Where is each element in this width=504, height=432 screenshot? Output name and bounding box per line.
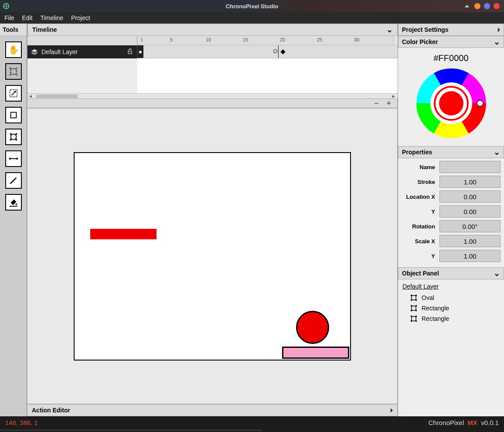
color-wheel[interactable] xyxy=(416,68,486,138)
menu-project[interactable]: Project xyxy=(71,14,90,21)
shape-node-icon xyxy=(410,294,417,301)
object-item-rectangle-1[interactable]: Rectangle xyxy=(402,303,500,313)
transform-icon xyxy=(9,67,18,76)
prop-locy-input[interactable] xyxy=(439,205,501,218)
project-settings-title: Project Settings xyxy=(402,26,449,33)
tools-panel: Tools ✋ xyxy=(0,24,27,416)
svg-rect-26 xyxy=(411,316,412,317)
svg-rect-20 xyxy=(411,299,412,301)
timeline-vscroll[interactable] xyxy=(393,36,398,45)
timeline-header[interactable]: Timeline ⌄ xyxy=(27,24,398,36)
tool-rectangle[interactable] xyxy=(5,107,22,123)
keyframe-start[interactable]: ◆ xyxy=(137,45,143,58)
tool-transform[interactable] xyxy=(5,63,22,80)
color-wheel-cursor[interactable] xyxy=(477,100,483,106)
svg-point-12 xyxy=(16,204,17,205)
window-title-bar: ChronoPixel Studio xyxy=(0,0,504,12)
svg-rect-18 xyxy=(411,295,412,296)
window-title: ChronoPixel Studio xyxy=(0,3,504,10)
object-item-oval[interactable]: Oval xyxy=(402,293,500,303)
chevron-right-icon: ⌄ xyxy=(495,27,499,33)
svg-rect-19 xyxy=(415,295,417,296)
window-menu-icon[interactable] xyxy=(465,5,469,7)
canvas-oval[interactable] xyxy=(296,311,329,344)
svg-rect-21 xyxy=(415,299,417,301)
prop-name-label: Name xyxy=(402,164,435,170)
zoom-out-button[interactable]: − xyxy=(374,99,379,108)
prop-rotation-label: Rotation xyxy=(402,223,435,230)
properties-header[interactable]: Properties ⌄ xyxy=(398,146,504,158)
chevron-down-icon: ⌄ xyxy=(494,150,500,154)
object-item-label: Rectangle xyxy=(422,315,449,322)
action-editor-header[interactable]: Action Editor ⌄ xyxy=(27,404,398,416)
line-icon xyxy=(9,154,18,163)
svg-rect-10 xyxy=(9,158,11,160)
tools-header: Tools xyxy=(0,24,27,36)
prop-locy-label: Y xyxy=(402,208,435,215)
svg-rect-7 xyxy=(10,139,12,141)
prop-scaley-input[interactable] xyxy=(439,250,501,262)
timeline-ruler[interactable]: 1 5 10 15 20 25 30 xyxy=(137,36,398,45)
timeline-hscroll[interactable]: ◄ ► xyxy=(27,93,398,99)
unlock-icon[interactable] xyxy=(126,48,133,56)
tool-scale[interactable] xyxy=(5,85,22,102)
window-maximize-button[interactable] xyxy=(484,3,490,9)
prop-locx-label: Location X xyxy=(402,194,435,200)
action-editor-title: Action Editor xyxy=(32,407,70,414)
window-minimize-button[interactable] xyxy=(474,3,480,9)
zoom-in-button[interactable]: + xyxy=(386,99,391,108)
layers-empty-right xyxy=(137,58,398,93)
color-hex-value: #FF0000 xyxy=(433,53,468,63)
svg-rect-3 xyxy=(11,112,17,118)
svg-rect-25 xyxy=(415,310,417,311)
keyframe-empty[interactable] xyxy=(273,49,277,53)
tool-fill[interactable] xyxy=(5,194,22,211)
menu-file[interactable]: File xyxy=(4,14,14,21)
timeline-title: Timeline xyxy=(32,26,57,33)
window-close-button[interactable] xyxy=(494,3,500,9)
prop-scalex-input[interactable] xyxy=(439,235,501,247)
status-mx: MX xyxy=(467,419,477,426)
tool-line[interactable] xyxy=(5,150,22,167)
tool-pencil[interactable] xyxy=(5,172,22,189)
tool-hand[interactable]: ✋ xyxy=(5,41,22,58)
prop-locx-input[interactable] xyxy=(439,190,501,203)
svg-rect-14 xyxy=(128,51,132,54)
canvas-rectangle-pink[interactable] xyxy=(282,347,349,359)
canvas[interactable] xyxy=(74,152,351,361)
hand-icon: ✋ xyxy=(8,44,19,55)
prop-stroke-input[interactable] xyxy=(439,176,501,188)
menu-timeline[interactable]: Timeline xyxy=(41,14,63,21)
layers-icon xyxy=(31,48,38,55)
chevron-down-icon: ⌄ xyxy=(386,27,393,32)
canvas-toolbar: − + xyxy=(27,99,398,108)
svg-rect-23 xyxy=(415,305,417,306)
shape-node-icon xyxy=(410,315,417,322)
footer-strip xyxy=(0,429,504,432)
scroll-thumb[interactable] xyxy=(36,95,78,98)
timeline-track[interactable]: ◆ xyxy=(137,45,398,58)
prop-name-input[interactable] xyxy=(439,161,501,173)
canvas-rectangle-red[interactable] xyxy=(90,229,157,239)
scale-icon xyxy=(9,88,18,98)
menu-edit[interactable]: Edit xyxy=(22,14,33,21)
keyframe[interactable] xyxy=(280,49,285,54)
tool-ellipse[interactable] xyxy=(5,129,22,145)
svg-rect-5 xyxy=(10,133,12,135)
object-panel-header[interactable]: Object Panel ⌄ xyxy=(398,267,504,279)
object-panel-layer[interactable]: Default Layer xyxy=(402,283,500,290)
timeline-layer[interactable]: Default Layer xyxy=(27,45,137,58)
ellipse-icon xyxy=(9,132,18,142)
canvas-viewport[interactable] xyxy=(27,108,398,404)
chevron-down-icon: ⌄ xyxy=(494,40,500,44)
svg-point-17 xyxy=(439,91,463,116)
menu-bar: File Edit Timeline Project xyxy=(0,12,504,24)
color-picker-header[interactable]: Color Picker ⌄ xyxy=(398,36,504,48)
status-bar: 146, 386, 1 ChronoPixel MX v0.0.1 xyxy=(0,416,504,429)
object-item-rectangle-2[interactable]: Rectangle xyxy=(402,313,500,324)
prop-rotation-input[interactable] xyxy=(439,220,501,232)
svg-rect-1 xyxy=(11,69,17,75)
status-coords: 146, 386, 1 xyxy=(5,419,38,426)
frame-divider xyxy=(278,45,279,58)
project-settings-header[interactable]: Project Settings ⌄ xyxy=(398,24,504,36)
